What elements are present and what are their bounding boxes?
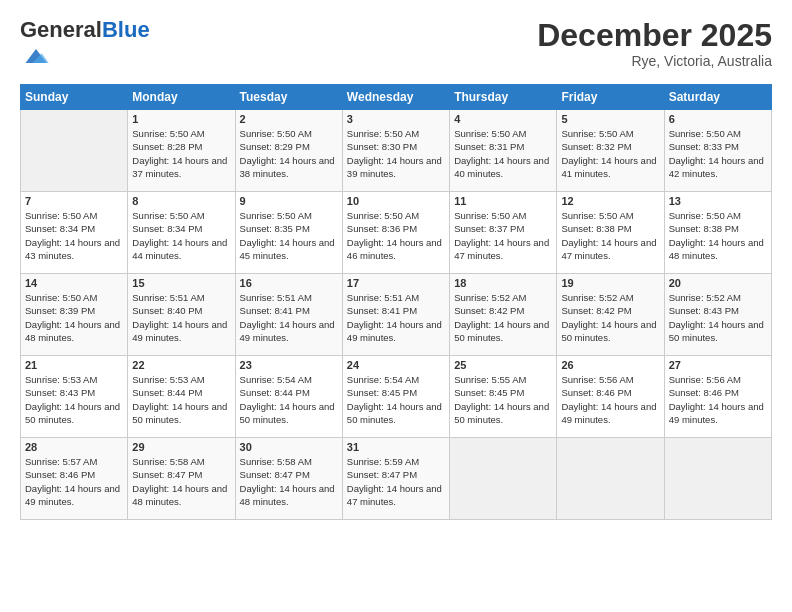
cell-content: Sunrise: 5:50 AM Sunset: 8:39 PM Dayligh… [25, 291, 123, 344]
sunrise-text: Sunrise: 5:50 AM [25, 292, 97, 303]
cell-content: Sunrise: 5:50 AM Sunset: 8:32 PM Dayligh… [561, 127, 659, 180]
calendar-cell: 13 Sunrise: 5:50 AM Sunset: 8:38 PM Dayl… [664, 192, 771, 274]
calendar-table: SundayMondayTuesdayWednesdayThursdayFrid… [20, 84, 772, 520]
sunset-text: Sunset: 8:45 PM [347, 387, 417, 398]
day-number: 26 [561, 359, 659, 371]
day-number: 7 [25, 195, 123, 207]
daylight-text: Daylight: 14 hours and 49 minutes. [25, 483, 120, 507]
cell-content: Sunrise: 5:51 AM Sunset: 8:40 PM Dayligh… [132, 291, 230, 344]
cell-content: Sunrise: 5:53 AM Sunset: 8:44 PM Dayligh… [132, 373, 230, 426]
day-number: 11 [454, 195, 552, 207]
daylight-text: Daylight: 14 hours and 38 minutes. [240, 155, 335, 179]
sunrise-text: Sunrise: 5:50 AM [454, 128, 526, 139]
calendar-page: GeneralBlue December 2025 Rye, Victoria,… [0, 0, 792, 612]
sunrise-text: Sunrise: 5:56 AM [669, 374, 741, 385]
daylight-text: Daylight: 14 hours and 48 minutes. [669, 237, 764, 261]
sunrise-text: Sunrise: 5:52 AM [561, 292, 633, 303]
cell-content: Sunrise: 5:50 AM Sunset: 8:35 PM Dayligh… [240, 209, 338, 262]
month-title: December 2025 [537, 18, 772, 53]
calendar-cell: 28 Sunrise: 5:57 AM Sunset: 8:46 PM Dayl… [21, 438, 128, 520]
daylight-text: Daylight: 14 hours and 48 minutes. [132, 483, 227, 507]
day-number: 24 [347, 359, 445, 371]
cell-content: Sunrise: 5:50 AM Sunset: 8:29 PM Dayligh… [240, 127, 338, 180]
cell-content: Sunrise: 5:50 AM Sunset: 8:31 PM Dayligh… [454, 127, 552, 180]
sunset-text: Sunset: 8:41 PM [347, 305, 417, 316]
daylight-text: Daylight: 14 hours and 50 minutes. [240, 401, 335, 425]
daylight-text: Daylight: 14 hours and 47 minutes. [561, 237, 656, 261]
sunset-text: Sunset: 8:46 PM [25, 469, 95, 480]
sunset-text: Sunset: 8:30 PM [347, 141, 417, 152]
sunrise-text: Sunrise: 5:57 AM [25, 456, 97, 467]
sunrise-text: Sunrise: 5:54 AM [240, 374, 312, 385]
daylight-text: Daylight: 14 hours and 43 minutes. [25, 237, 120, 261]
day-number: 28 [25, 441, 123, 453]
header-day: Wednesday [342, 85, 449, 110]
sunrise-text: Sunrise: 5:50 AM [561, 128, 633, 139]
cell-content: Sunrise: 5:50 AM Sunset: 8:34 PM Dayligh… [25, 209, 123, 262]
calendar-cell: 26 Sunrise: 5:56 AM Sunset: 8:46 PM Dayl… [557, 356, 664, 438]
calendar-cell: 22 Sunrise: 5:53 AM Sunset: 8:44 PM Dayl… [128, 356, 235, 438]
daylight-text: Daylight: 14 hours and 48 minutes. [25, 319, 120, 343]
day-number: 27 [669, 359, 767, 371]
calendar-cell [557, 438, 664, 520]
day-number: 14 [25, 277, 123, 289]
cell-content: Sunrise: 5:50 AM Sunset: 8:38 PM Dayligh… [669, 209, 767, 262]
cell-content: Sunrise: 5:51 AM Sunset: 8:41 PM Dayligh… [240, 291, 338, 344]
sunset-text: Sunset: 8:38 PM [669, 223, 739, 234]
sunset-text: Sunset: 8:44 PM [132, 387, 202, 398]
sunset-text: Sunset: 8:40 PM [132, 305, 202, 316]
daylight-text: Daylight: 14 hours and 50 minutes. [561, 319, 656, 343]
sunrise-text: Sunrise: 5:51 AM [347, 292, 419, 303]
day-number: 6 [669, 113, 767, 125]
sunset-text: Sunset: 8:39 PM [25, 305, 95, 316]
cell-content: Sunrise: 5:55 AM Sunset: 8:45 PM Dayligh… [454, 373, 552, 426]
cell-content: Sunrise: 5:56 AM Sunset: 8:46 PM Dayligh… [669, 373, 767, 426]
day-number: 12 [561, 195, 659, 207]
calendar-cell: 5 Sunrise: 5:50 AM Sunset: 8:32 PM Dayli… [557, 110, 664, 192]
sunrise-text: Sunrise: 5:52 AM [669, 292, 741, 303]
cell-content: Sunrise: 5:50 AM Sunset: 8:28 PM Dayligh… [132, 127, 230, 180]
calendar-cell: 31 Sunrise: 5:59 AM Sunset: 8:47 PM Dayl… [342, 438, 449, 520]
daylight-text: Daylight: 14 hours and 45 minutes. [240, 237, 335, 261]
sunset-text: Sunset: 8:46 PM [561, 387, 631, 398]
calendar-cell [664, 438, 771, 520]
sunrise-text: Sunrise: 5:50 AM [132, 128, 204, 139]
sunrise-text: Sunrise: 5:51 AM [132, 292, 204, 303]
daylight-text: Daylight: 14 hours and 41 minutes. [561, 155, 656, 179]
daylight-text: Daylight: 14 hours and 40 minutes. [454, 155, 549, 179]
sunset-text: Sunset: 8:44 PM [240, 387, 310, 398]
calendar-cell: 11 Sunrise: 5:50 AM Sunset: 8:37 PM Dayl… [450, 192, 557, 274]
daylight-text: Daylight: 14 hours and 46 minutes. [347, 237, 442, 261]
calendar-cell: 21 Sunrise: 5:53 AM Sunset: 8:43 PM Dayl… [21, 356, 128, 438]
sunrise-text: Sunrise: 5:58 AM [132, 456, 204, 467]
daylight-text: Daylight: 14 hours and 50 minutes. [454, 319, 549, 343]
daylight-text: Daylight: 14 hours and 50 minutes. [132, 401, 227, 425]
sunset-text: Sunset: 8:31 PM [454, 141, 524, 152]
cell-content: Sunrise: 5:50 AM Sunset: 8:33 PM Dayligh… [669, 127, 767, 180]
sunset-text: Sunset: 8:32 PM [561, 141, 631, 152]
header-day: Tuesday [235, 85, 342, 110]
logo-blue: Blue [102, 17, 150, 42]
cell-content: Sunrise: 5:50 AM Sunset: 8:38 PM Dayligh… [561, 209, 659, 262]
cell-content: Sunrise: 5:57 AM Sunset: 8:46 PM Dayligh… [25, 455, 123, 508]
daylight-text: Daylight: 14 hours and 47 minutes. [454, 237, 549, 261]
cell-content: Sunrise: 5:52 AM Sunset: 8:42 PM Dayligh… [454, 291, 552, 344]
header-day: Thursday [450, 85, 557, 110]
sunset-text: Sunset: 8:29 PM [240, 141, 310, 152]
day-number: 31 [347, 441, 445, 453]
daylight-text: Daylight: 14 hours and 50 minutes. [669, 319, 764, 343]
sunrise-text: Sunrise: 5:50 AM [240, 128, 312, 139]
sunrise-text: Sunrise: 5:58 AM [240, 456, 312, 467]
cell-content: Sunrise: 5:53 AM Sunset: 8:43 PM Dayligh… [25, 373, 123, 426]
sunrise-text: Sunrise: 5:50 AM [561, 210, 633, 221]
calendar-cell: 25 Sunrise: 5:55 AM Sunset: 8:45 PM Dayl… [450, 356, 557, 438]
sunrise-text: Sunrise: 5:53 AM [132, 374, 204, 385]
sunrise-text: Sunrise: 5:50 AM [669, 210, 741, 221]
calendar-cell [450, 438, 557, 520]
day-number: 22 [132, 359, 230, 371]
daylight-text: Daylight: 14 hours and 42 minutes. [669, 155, 764, 179]
calendar-cell: 19 Sunrise: 5:52 AM Sunset: 8:42 PM Dayl… [557, 274, 664, 356]
sunset-text: Sunset: 8:28 PM [132, 141, 202, 152]
sunset-text: Sunset: 8:47 PM [240, 469, 310, 480]
logo-general: General [20, 17, 102, 42]
